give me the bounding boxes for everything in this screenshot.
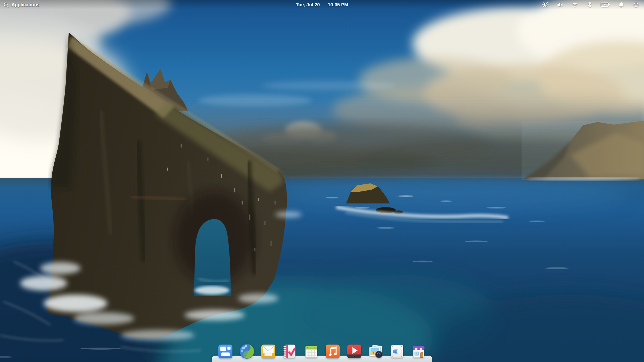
panel-time: 10:05 PM [328,2,348,7]
calendar-icon[interactable] [303,343,319,359]
applications-menu[interactable]: Applications [0,0,43,9]
wallpaper-image [0,0,644,362]
nightlight-icon[interactable] [541,1,549,9]
appcenter-icon[interactable] [411,343,427,359]
mail-icon[interactable] [260,343,276,359]
search-icon [3,2,9,8]
web-browser-icon[interactable] [239,343,255,359]
top-panel: Applications Tue, Jul 20 10:05 PM [0,0,644,9]
system-settings-icon[interactable] [389,343,405,359]
wifi-icon[interactable] [571,1,579,9]
videos-icon[interactable] [346,343,362,359]
photos-icon[interactable] [368,343,384,359]
dock [212,342,432,362]
system-tray [541,0,644,9]
panel-date: Tue, Jul 20 [296,2,320,7]
battery-charging-icon[interactable] [600,1,610,9]
notifications-icon[interactable] [617,1,625,9]
desktop: Applications Tue, Jul 20 10:05 PM [0,0,644,362]
applications-label: Applications [11,2,40,7]
panel-clock[interactable]: Tue, Jul 20 10:05 PM [296,0,348,9]
music-icon[interactable] [325,343,341,359]
bluetooth-icon[interactable] [586,1,594,9]
power-icon[interactable] [632,1,640,9]
multitasking-view-icon[interactable] [217,343,233,359]
volume-icon[interactable] [556,1,564,9]
tasks-icon[interactable] [282,343,298,359]
